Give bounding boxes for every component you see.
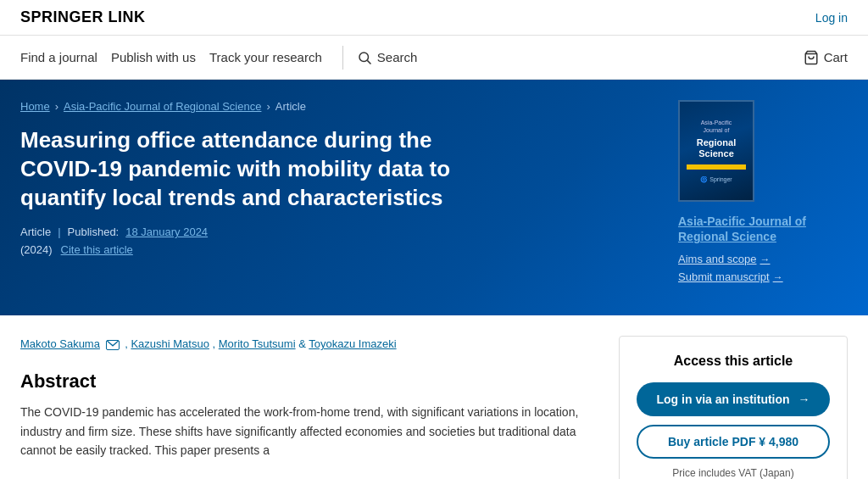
search-label: Search xyxy=(377,50,418,64)
article-body: Makoto Sakuma , Kazushi Matsuo , Morito … xyxy=(20,336,598,479)
submit-manuscript-link[interactable]: Submit manuscript → xyxy=(678,270,783,283)
meta-separator: | xyxy=(58,226,60,238)
journal-cover-title: RegionalScience xyxy=(697,137,736,159)
article-meta: Article | Published: 18 January 2024 xyxy=(20,226,658,238)
cart-button[interactable]: Cart xyxy=(804,50,848,65)
author-makoto[interactable]: Makoto Sakuma xyxy=(20,337,100,350)
breadcrumb-current: Article xyxy=(275,100,306,113)
site-header: SPRINGER LINK Log in xyxy=(0,0,868,36)
nav-divider xyxy=(342,46,343,70)
breadcrumb: Home › Asia-Pacific Journal of Regional … xyxy=(20,100,658,113)
author-kazushi[interactable]: Kazushi Matsuo xyxy=(131,337,209,350)
journal-name-link[interactable]: Asia-Pacific Journal of Regional Science xyxy=(678,214,848,244)
breadcrumb-journal[interactable]: Asia-Pacific Journal of Regional Science xyxy=(64,100,261,113)
access-note-vat: Price includes VAT (Japan) xyxy=(637,467,830,479)
site-logo: SPRINGER LINK xyxy=(20,8,146,26)
institution-arrow: → xyxy=(798,393,810,406)
breadcrumb-home[interactable]: Home xyxy=(20,100,50,113)
abstract-body: The COVID-19 pandemic has accelerated th… xyxy=(20,403,598,460)
aims-scope-label: Aims and scope xyxy=(678,253,757,265)
cart-label: Cart xyxy=(824,50,848,64)
svg-line-1 xyxy=(367,60,370,64)
login-institution-button[interactable]: Log in via an institution → xyxy=(637,382,830,416)
svg-point-0 xyxy=(359,53,369,62)
search-icon xyxy=(357,50,372,65)
journal-sidebar: Asia-PacificJournal of RegionalScience 🌀… xyxy=(678,100,848,288)
email-envelope-svg xyxy=(107,341,119,349)
aims-scope-arrow: → xyxy=(760,253,771,265)
journal-cover-banner xyxy=(687,164,746,170)
article-year: (2024) xyxy=(20,243,53,256)
authors-section: Makoto Sakuma , Kazushi Matsuo , Morito … xyxy=(20,336,598,354)
aims-scope-link[interactable]: Aims and scope → xyxy=(678,253,771,265)
buy-article-button[interactable]: Buy article PDF ¥ 4,980 xyxy=(637,425,830,459)
author-morito[interactable]: Morito Tsutsumi xyxy=(219,337,296,350)
access-title: Access this article xyxy=(637,354,830,369)
article-type: Article xyxy=(20,226,51,238)
email-icon xyxy=(106,340,120,350)
buy-article-label: Buy article PDF ¥ 4,980 xyxy=(668,435,798,448)
submit-manuscript-label: Submit manuscript xyxy=(678,270,770,283)
article-title: Measuring office attendance during the C… xyxy=(20,126,512,212)
nav-track-research[interactable]: Track your research xyxy=(209,50,336,64)
nav-find-journal[interactable]: Find a journal xyxy=(20,50,111,64)
author-ampersand: & xyxy=(298,337,309,350)
author-toyokazu[interactable]: Toyokazu Imazeki xyxy=(309,337,396,350)
main-nav: Find a journal Publish with us Track you… xyxy=(0,36,868,80)
article-year-cite: (2024) Cite this article xyxy=(20,243,658,256)
journal-cover: Asia-PacificJournal of RegionalScience 🌀… xyxy=(678,100,754,202)
published-label: Published: xyxy=(68,226,120,238)
breadcrumb-sep1: › xyxy=(55,100,58,113)
login-link[interactable]: Log in xyxy=(815,11,848,25)
main-content: Makoto Sakuma , Kazushi Matsuo , Morito … xyxy=(0,315,868,479)
journal-cover-publisher: 🌀 Springer xyxy=(700,176,732,183)
author-separator2: , xyxy=(213,337,219,350)
search-button[interactable]: Search xyxy=(357,50,418,65)
access-box: Access this article Log in via an instit… xyxy=(619,336,848,479)
cart-icon xyxy=(804,50,819,65)
login-institution-label: Log in via an institution xyxy=(657,393,790,406)
breadcrumb-sep2: › xyxy=(266,100,270,113)
submit-manuscript-arrow: → xyxy=(773,271,783,283)
nav-publish-with-us[interactable]: Publish with us xyxy=(111,50,209,64)
access-panel: Access this article Log in via an instit… xyxy=(619,336,848,479)
abstract-heading: Abstract xyxy=(20,370,598,393)
journal-cover-top-text: Asia-PacificJournal of xyxy=(701,119,732,134)
cite-article-link[interactable]: Cite this article xyxy=(61,243,133,256)
hero-banner: Home › Asia-Pacific Journal of Regional … xyxy=(0,80,868,315)
article-header: Home › Asia-Pacific Journal of Regional … xyxy=(20,100,658,256)
published-date[interactable]: 18 January 2024 xyxy=(125,226,208,238)
